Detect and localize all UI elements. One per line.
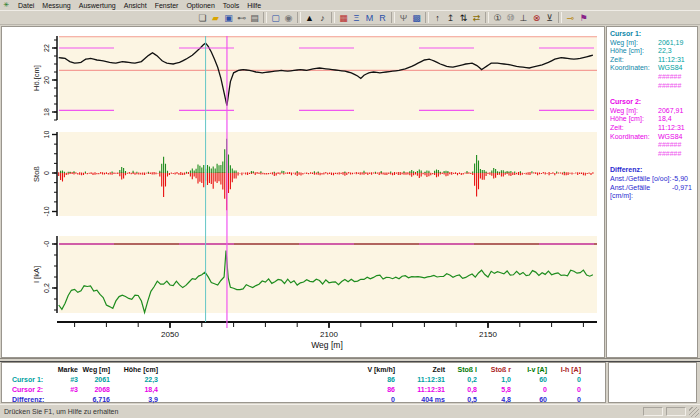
key-icon[interactable]: ⊸ (564, 11, 577, 24)
status-section-1 (643, 407, 663, 416)
menu-ansicht[interactable]: Ansicht (120, 1, 151, 10)
preview-icon[interactable]: ▢ (269, 11, 282, 24)
header-weg: Weg [m] (78, 366, 110, 373)
status-text: Drücken Sie F1, um Hilfe zu erhalten (0, 408, 643, 415)
peaks-icon[interactable]: M (363, 11, 376, 24)
antenna-icon[interactable]: Ψ (397, 11, 410, 24)
cursor2-hoehe-value: 18,4 (658, 115, 672, 124)
open-file-icon[interactable]: ▰ (209, 11, 222, 24)
flag-icon[interactable]: ⚑ (577, 11, 590, 24)
toolbar-separator (425, 12, 429, 23)
sound-icon[interactable]: ♪ (316, 11, 329, 24)
menu-datei[interactable]: Datei (14, 1, 38, 10)
header-zeit: Zeit (395, 366, 445, 373)
differenz-gradient-cm-value: -0,971 (672, 184, 692, 201)
arrow-up-icon[interactable]: ↑ (431, 11, 444, 24)
cursor1-koord-label: Koordinaten: (610, 64, 658, 73)
table-row-differenz: Differenz: 6,716 3,9 0 404 ms 0,5 4,8 60… (2, 394, 605, 404)
cursor1-hoehe-value: 22,3 (658, 47, 672, 56)
play-icon[interactable]: ▲ (303, 11, 316, 24)
table-row-cursor2: Cursor 2: #3 2068 18,4 86 11:12:31 0,8 5… (2, 384, 605, 394)
menu-hilfe[interactable]: Hilfe (243, 1, 265, 10)
plot-2-group: -10010Stoß (32, 131, 597, 217)
report-icon[interactable]: R (376, 11, 389, 24)
svg-text:0,2: 0,2 (43, 283, 50, 293)
grid-icon[interactable]: ▩ (410, 11, 423, 24)
svg-text:0: 0 (43, 171, 50, 175)
cursor2-weg-value: 2067,91 (658, 107, 683, 116)
cursor1-coord-masked-2: ###### (658, 82, 681, 91)
cursor1-zeit-label: Zeit: (610, 56, 658, 65)
cursor2-coord-masked-2: ###### (658, 150, 681, 159)
svg-text:2150: 2150 (479, 330, 497, 339)
svg-text:22: 22 (43, 44, 50, 52)
cursor1-weg-label: Weg [m]: (610, 39, 658, 48)
plot-1-group: 182022Hö.[cm] (32, 36, 597, 120)
clock-icon[interactable]: ⊗ (530, 11, 543, 24)
toolbar-separator (331, 12, 335, 23)
toolbar-separator (485, 12, 489, 23)
svg-text:Stoß: Stoß (32, 166, 41, 182)
cursor2-weg-label: Weg [m]: (610, 107, 658, 116)
cursor2-koord-label: Koordinaten: (610, 133, 658, 142)
svg-text:Hö.[cm]: Hö.[cm] (32, 65, 41, 91)
header-ih: I-h [A] (547, 366, 605, 373)
columns-icon[interactable]: Ξ (350, 11, 363, 24)
cursor2-koord-value: WGS84 (658, 133, 683, 142)
chart-panel: 182022Hö.[cm]-10010Stoß-00,2I [kA]205021… (1, 26, 605, 358)
cursor1-weg-value: 2061,19 (658, 39, 683, 48)
save-icon[interactable]: ▣ (222, 11, 235, 24)
table-row-cursor1: Cursor 1: #3 2061 22,3 86 11:12:31 0,2 1… (2, 374, 605, 384)
link-icon[interactable]: ⊷ (235, 11, 248, 24)
cursor1-hoehe-label: Höhe [cm]: (610, 47, 658, 56)
cursor2-title: Cursor 2: (610, 98, 695, 107)
cursor1-koord-value: WGS84 (658, 64, 683, 73)
header-stoss-l: Stoß l (445, 366, 477, 373)
logic-icon[interactable]: ⊻ (543, 11, 556, 24)
svg-text:-0: -0 (43, 241, 50, 247)
toolbar-separator (391, 12, 395, 23)
svg-text:18: 18 (43, 108, 50, 116)
cursor1-coord-masked-1: ###### (658, 73, 681, 82)
svg-text:20: 20 (43, 76, 50, 84)
differenz-gradient-cm-label: Anst./Gefälle [cm/m]: (610, 184, 672, 201)
results-table: Marke Weg [m] Höhe [cm] V [km/h] Zeit St… (1, 362, 606, 403)
header-iv: I-v [A] (511, 366, 547, 373)
svg-text:-10: -10 (43, 206, 50, 216)
toolbar-separator (558, 12, 562, 23)
print-icon[interactable]: ▤ (248, 11, 261, 24)
resize-grip[interactable] (689, 407, 699, 417)
svg-text:2050: 2050 (161, 330, 179, 339)
cursor2-coord-masked-1: ###### (658, 141, 681, 150)
header-stoss-r: Stoß r (477, 366, 511, 373)
menu-auswertung[interactable]: Auswertung (75, 1, 120, 10)
marker-1-icon[interactable]: ① (491, 11, 504, 24)
header-hoehe: Höhe [cm] (110, 366, 158, 373)
svg-text:2100: 2100 (320, 330, 338, 339)
measurement-table-icon[interactable]: ▦ (337, 11, 350, 24)
new-file-icon[interactable]: ❏ (196, 11, 209, 24)
plot-3-group: -00,2I [kA] (32, 236, 597, 313)
menu-bar: ✳ Datei Messung Auswertung Ansicht Fenst… (0, 0, 700, 10)
arrow-up-thin-icon[interactable]: ↥ (444, 11, 457, 24)
status-section-2 (666, 407, 686, 416)
options-icon[interactable]: ◉ (282, 11, 295, 24)
cursor1-zeit-value: 11:12:31 (658, 56, 685, 65)
ground-icon[interactable]: ⊥ (517, 11, 530, 24)
sort-vertical-icon[interactable]: ⇅ (457, 11, 470, 24)
toolbar-separator (297, 12, 301, 23)
charts-canvas[interactable]: 182022Hö.[cm]-10010Stoß-00,2I [kA]205021… (2, 27, 604, 357)
marker-10-icon[interactable]: ⑩ (504, 11, 517, 24)
cursor2-hoehe-label: Höhe [cm]: (610, 115, 658, 124)
swap-horizontal-icon[interactable]: ⇄ (470, 11, 483, 24)
cursor2-zeit-value: 11:12:31 (658, 124, 685, 133)
header-v: V [km/h] (337, 366, 395, 373)
menu-optionen[interactable]: Optionen (182, 1, 218, 10)
svg-text:Weg [m]: Weg [m] (311, 340, 343, 350)
menu-fenster[interactable]: Fenster (151, 1, 183, 10)
menu-tools[interactable]: Tools (219, 1, 243, 10)
menu-messung[interactable]: Messung (38, 1, 74, 10)
toolbar: ❏▰▣⊷▤▢◉▲♪▦ΞMRΨ▩↑↥⇅⇄①⑩⊥⊗⊻⊸⚑ (0, 10, 700, 25)
svg-text:10: 10 (43, 131, 50, 139)
differenz-title: Differenz: (610, 166, 695, 175)
